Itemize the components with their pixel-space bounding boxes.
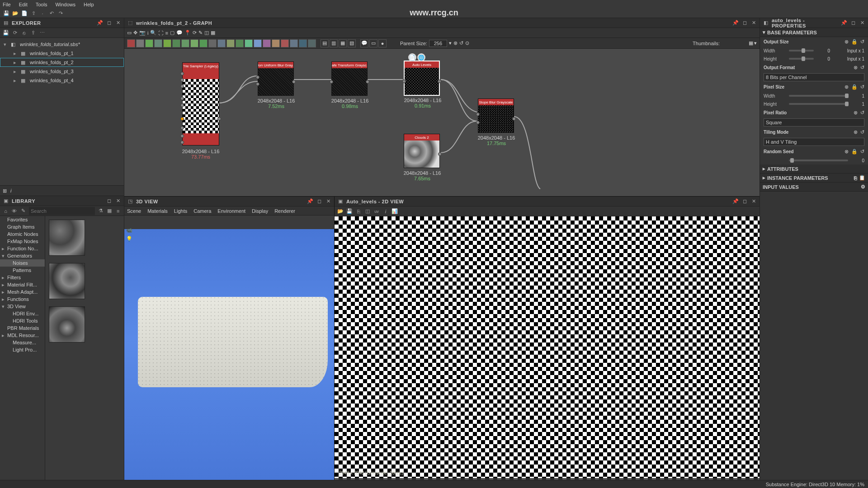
library-search-input[interactable] <box>29 207 95 215</box>
node-pin-in[interactable] <box>180 134 184 138</box>
lock-icon[interactable]: 🔒 <box>851 149 858 155</box>
library-category[interactable]: ▸Mesh Adapt... <box>0 288 45 296</box>
save-icon[interactable]: 💾 <box>3 30 9 36</box>
reset-icon[interactable]: ↺ <box>860 84 864 90</box>
width-slider[interactable] <box>789 50 814 52</box>
library-category[interactable]: Patterns <box>0 267 45 274</box>
camera-icon[interactable]: 📹 <box>126 227 132 233</box>
reset-icon[interactable]: ↺ <box>860 65 864 70</box>
pixel-width-slider[interactable] <box>789 95 848 97</box>
expand-icon[interactable]: ▸ <box>2 289 5 295</box>
library-category[interactable]: ▾Generators <box>0 252 45 259</box>
tree-item-selected[interactable]: ▸ ▦ wrinkles_folds_pt_2 <box>0 58 124 67</box>
expand-icon[interactable]: ▸ <box>2 282 5 288</box>
node-pin-out[interactable] <box>366 80 369 84</box>
node-badge-icon[interactable]: 📄 <box>408 53 416 61</box>
close-icon[interactable]: ✕ <box>115 198 121 204</box>
info-icon[interactable]: i <box>382 208 389 215</box>
maximize-icon[interactable]: ◻ <box>850 20 856 26</box>
node-pin-out[interactable] <box>438 152 442 156</box>
pin-icon[interactable]: 📌 <box>307 198 313 205</box>
gear-icon[interactable]: ⚙ <box>861 184 865 190</box>
expand-icon[interactable]: ▾ <box>2 304 5 310</box>
menu-file[interactable]: File <box>3 2 11 7</box>
open-icon[interactable]: 📂 <box>12 10 19 17</box>
menu-edit[interactable]: Edit <box>19 2 28 7</box>
view3d-menu-renderer[interactable]: Renderer <box>274 208 295 214</box>
reset-icon[interactable]: ↺ <box>860 149 864 155</box>
frame-icon[interactable]: ▭ <box>369 39 377 47</box>
open-icon[interactable]: 📂 <box>337 208 344 215</box>
library-thumb[interactable] <box>49 263 85 299</box>
maximize-icon[interactable]: ◻ <box>106 20 112 26</box>
atomic-pixel-icon[interactable] <box>308 39 316 47</box>
output-format-dropdown[interactable]: 8 Bits per Channel <box>764 73 864 81</box>
node-pin-out[interactable] <box>292 80 296 84</box>
library-thumb[interactable] <box>49 220 85 256</box>
seed-slider[interactable] <box>789 160 848 161</box>
node-pin-in[interactable] <box>256 75 259 79</box>
pin-icon[interactable]: 📌 <box>732 198 739 205</box>
maximize-icon[interactable]: ◻ <box>741 198 748 205</box>
atomic-blend-icon[interactable] <box>136 39 144 47</box>
link-icon[interactable]: ⊗ <box>844 149 849 155</box>
menu-windows[interactable]: Windows <box>55 2 75 7</box>
expand-icon[interactable]: ▸ <box>763 175 765 181</box>
select-icon[interactable]: ▭ <box>127 30 132 36</box>
atomic-blur-icon[interactable] <box>181 39 189 47</box>
light-icon[interactable]: 💡 <box>126 236 132 242</box>
library-thumb[interactable] <box>49 306 85 343</box>
node-pin-in[interactable] <box>476 121 480 124</box>
section-base-parameters[interactable]: ▾ BASE PARAMETERS <box>760 28 868 37</box>
atomic-fxmap-icon[interactable] <box>299 39 307 47</box>
graph-canvas[interactable]: Tile Sampler (Legacy) 2048x2048 - L16 73… <box>124 49 760 196</box>
paste-icon[interactable]: 📋 <box>859 175 865 181</box>
expand-icon[interactable]: ▸ <box>763 166 765 172</box>
view3d-menu-materials[interactable]: Materials <box>147 208 168 214</box>
reset-icon[interactable]: ↺ <box>860 110 864 116</box>
atomic-uniform-icon[interactable] <box>127 39 135 47</box>
link-icon[interactable]: ⊗ <box>844 39 849 45</box>
split-icon[interactable]: ◫ <box>364 208 371 215</box>
link-icon[interactable]: ⊗ <box>854 65 858 70</box>
maximize-icon[interactable]: ◻ <box>316 198 322 205</box>
output-color-icon[interactable]: ▤ <box>321 39 329 47</box>
view3d-menu-camera[interactable]: Camera <box>193 208 211 214</box>
redo-icon[interactable]: ↷ <box>57 10 64 17</box>
view2d-canvas[interactable]: 2048 x 2048 (Grayscale, 16bpc) ▦ ⊞ ◈ ◐ ●… <box>335 216 760 488</box>
height-slider[interactable] <box>789 58 814 60</box>
expand-icon[interactable]: ▾ <box>2 253 5 259</box>
info-icon[interactable]: i <box>147 30 148 36</box>
tree-item[interactable]: ▸ ▦ wrinkles_folds_pt_1 <box>0 49 124 58</box>
grid-icon[interactable]: ▦ <box>211 30 215 36</box>
output-gray-icon[interactable]: ▥ <box>330 39 338 47</box>
library-category[interactable]: Light Pro... <box>0 346 45 353</box>
reset-icon[interactable]: ↺ <box>860 39 864 45</box>
collapse-icon[interactable]: ▾ <box>763 29 765 35</box>
tree-item[interactable]: ▸ ▦ wrinkles_folds_pt_3 <box>0 67 124 76</box>
more-icon[interactable]: ⋯ <box>39 30 45 36</box>
copy-icon[interactable]: ⎘ <box>355 208 362 215</box>
parent-size-input[interactable] <box>429 40 447 47</box>
expand-icon[interactable]: ▸ <box>2 333 5 338</box>
node-pin-in[interactable] <box>180 126 184 130</box>
close-icon[interactable]: ✕ <box>750 20 757 26</box>
home-icon[interactable]: ⌂ <box>3 208 9 214</box>
save-icon[interactable]: 💾 <box>3 10 10 17</box>
reset-icon[interactable]: ↺ <box>459 40 463 46</box>
list-icon[interactable]: ≡ <box>115 208 121 214</box>
node-pin-in[interactable] <box>402 80 406 83</box>
node-tile-sampler[interactable]: Tile Sampler (Legacy) 2048x2048 - L16 73… <box>182 62 219 145</box>
lock-icon[interactable]: 🔒 <box>851 84 858 90</box>
library-category[interactable]: HDRI Tools <box>0 317 45 324</box>
node-pin-out[interactable] <box>512 117 516 121</box>
atomic-distance-icon[interactable] <box>263 39 271 47</box>
library-category[interactable]: ▸MDL Resour... <box>0 332 45 339</box>
filter-icon[interactable]: ⚗ <box>98 208 104 214</box>
reset-icon[interactable]: ↺ <box>860 129 864 135</box>
view3d-menu-scene[interactable]: Scene <box>127 208 141 214</box>
section-attributes[interactable]: ▸ ATTRIBUTES <box>760 164 868 174</box>
pixel-ratio-dropdown[interactable]: Square <box>764 118 864 127</box>
histogram-icon[interactable]: 📊 <box>392 208 398 215</box>
node-pin-in[interactable] <box>180 103 184 107</box>
